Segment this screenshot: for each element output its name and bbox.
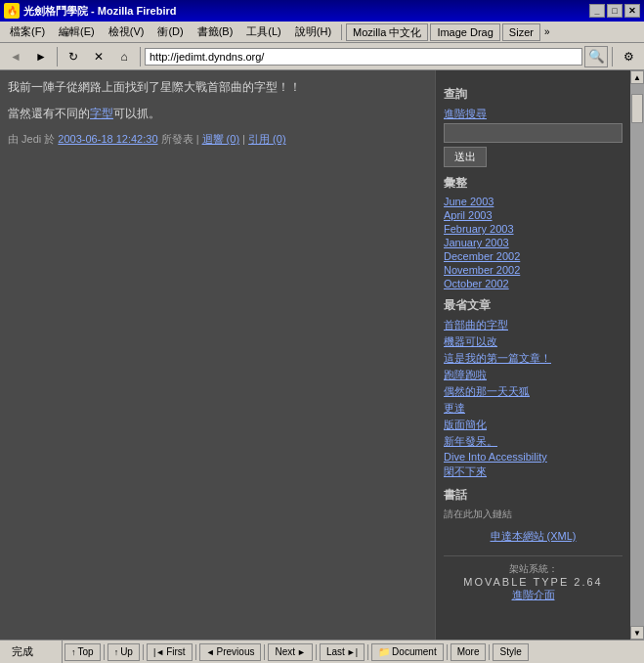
next-label: Next [275,646,295,657]
font-link[interactable]: 字型 [90,107,113,120]
document-button[interactable]: 📁 Document [371,643,444,661]
recent-post-0[interactable]: 首部曲的字型 [444,318,623,332]
menu-help[interactable]: 說明(H) [289,22,337,41]
menu-view[interactable]: 檢視(V) [103,22,150,41]
minimize-button[interactable]: _ [589,4,605,18]
advanced-search-link[interactable]: 進階搜尋 [444,107,623,121]
menu-bookmarks[interactable]: 書籤(B) [192,22,239,41]
top-label: Top [78,646,94,657]
recent-post-5[interactable]: 更達 [444,401,623,416]
scrollbar[interactable]: ▲ ▼ [630,70,644,640]
scroll-up-button[interactable]: ▲ [630,70,644,84]
status-sep-8 [489,644,490,660]
menu-file[interactable]: 檔案(F) [4,22,51,41]
movable-type-label: MOVABLE TYPE 2.64 [444,576,623,588]
scrollbar-thumb[interactable] [631,94,643,123]
recent-post-1[interactable]: 機器可以改 [444,334,623,349]
address-bar: 🔍 [145,47,608,66]
up-button[interactable]: ↑ Up [107,643,140,661]
first-arrow-icon: |◄ [153,647,164,657]
forward-button[interactable]: ► [29,46,53,67]
advanced-interface-link[interactable]: 進階介面 [444,588,623,602]
toolbar: ◄ ► ↻ ✕ ⌂ 🔍 ⚙ [0,43,644,70]
comments-link[interactable]: 迴響 (0) [202,133,240,145]
sizer-button[interactable]: Sizer [502,23,540,41]
more-button[interactable]: More [451,643,487,661]
reload-button[interactable]: ↻ [62,46,85,67]
status-text: 完成 [4,641,63,663]
title-bar: 🔥 光劍格鬥學院 - Mozilla Firebird _ □ ✕ [0,0,644,22]
content-paragraph2: 當然還有不同的字型可以抓。 [8,105,427,123]
image-drag-button[interactable]: Image Drag [430,23,499,41]
search-section-title: 查詢 [444,86,623,103]
mozilla-chinese-button[interactable]: Mozilla 中文化 [346,23,428,41]
recent-post-4[interactable]: 偶然的那一天天狐 [444,384,623,399]
xml-link[interactable]: 申達本網站 (XML) [444,529,623,544]
window-title: 光劍格鬥學院 - Mozilla Firebird [23,4,176,19]
maximize-button[interactable]: □ [607,4,623,18]
search-button[interactable]: 🔍 [584,46,608,67]
top-arrow-icon: ↑ [71,647,76,657]
settings-icon[interactable]: ⚙ [617,46,640,67]
links-section-title: 書話 [444,487,623,504]
menu-edit[interactable]: 編輯(E) [53,22,101,41]
search-submit-button[interactable]: 送出 [444,147,487,167]
archive-june2003[interactable]: June 2003 [444,196,623,207]
status-sep-6 [367,644,368,660]
recent-post-6[interactable]: 版面簡化 [444,418,623,432]
date-link[interactable]: 2003-06-18 12:42:30 [58,133,157,145]
first-label: First [166,646,185,657]
main-area: 我前一陣子從網路上面找到了星際大戰首部曲的字型！！ 當然還有不同的字型可以抓。 … [0,70,644,640]
content-paragraph1: 我前一陣子從網路上面找到了星際大戰首部曲的字型！！ [8,78,427,97]
toolbar-chevron[interactable]: » [544,26,550,37]
menu-go[interactable]: 衝(D) [151,22,189,41]
style-label: Style [499,646,521,657]
search-input[interactable] [444,123,623,143]
sidebar-search: 進階搜尋 送出 [444,107,623,167]
archive-january2003[interactable]: January 2003 [444,237,623,248]
first-button[interactable]: |◄ First [147,643,193,661]
toolbar-sep-3 [612,47,613,66]
next-button[interactable]: Next ► [268,643,312,661]
last-button[interactable]: Last ►| [320,643,365,661]
archive-february2003[interactable]: February 2003 [444,223,623,235]
recent-post-3[interactable]: 跑障跑啦 [444,368,623,382]
close-button[interactable]: ✕ [624,4,640,18]
status-sep-3 [195,644,196,660]
archive-october2002[interactable]: October 2002 [444,278,623,289]
recent-section-title: 最省文章 [444,297,623,314]
back-button[interactable]: ◄ [4,46,27,67]
toolbar-sep-1 [57,47,58,66]
scroll-down-button[interactable]: ▼ [630,626,644,640]
last-arrow-icon: ►| [347,647,358,657]
app-icon: 🔥 [4,3,20,19]
links-placeholder: 請在此加入鏈結 [444,508,512,519]
previous-label: Previous [217,646,255,657]
stop-button[interactable]: ✕ [87,46,110,67]
previous-button[interactable]: ◄ Previous [199,643,262,661]
folder-icon: 📁 [378,646,390,657]
archive-april2003[interactable]: April 2003 [444,209,623,221]
sidebar: 查詢 進階搜尋 送出 彙整 June 2003 April 2003 Febru… [435,70,630,640]
archive-november2002[interactable]: November 2002 [444,264,623,276]
recent-post-2[interactable]: 這是我的第一篇文章！ [444,351,623,366]
scrollbar-track[interactable] [630,84,644,626]
menu-tools[interactable]: 工具(L) [240,22,286,41]
style-button[interactable]: Style [493,643,528,661]
address-input[interactable] [145,48,582,66]
document-label: Document [392,646,437,657]
previous-arrow-icon: ◄ [206,647,215,657]
recent-post-9[interactable]: 閑不下來 [444,464,623,479]
top-button[interactable]: ↑ Top [64,643,101,661]
archive-december2002[interactable]: December 2002 [444,250,623,262]
home-button[interactable]: ⌂ [112,46,136,67]
status-sep-4 [264,644,265,660]
status-sep-1 [104,644,105,660]
recent-post-8[interactable]: Dive Into Accessibility [444,451,623,463]
content-meta: 由 Jedi 於 2003-06-18 12:42:30 所發表 | 迴響 (0… [8,131,427,149]
recent-post-7[interactable]: 新年發呆。 [444,434,623,449]
up-label: Up [120,646,133,657]
trackback-link[interactable]: 引用 (0) [248,133,286,145]
menu-bar: 檔案(F) 編輯(E) 檢視(V) 衝(D) 書籤(B) 工具(L) 說明(H)… [0,22,644,43]
toolbar-sep-2 [140,47,141,66]
